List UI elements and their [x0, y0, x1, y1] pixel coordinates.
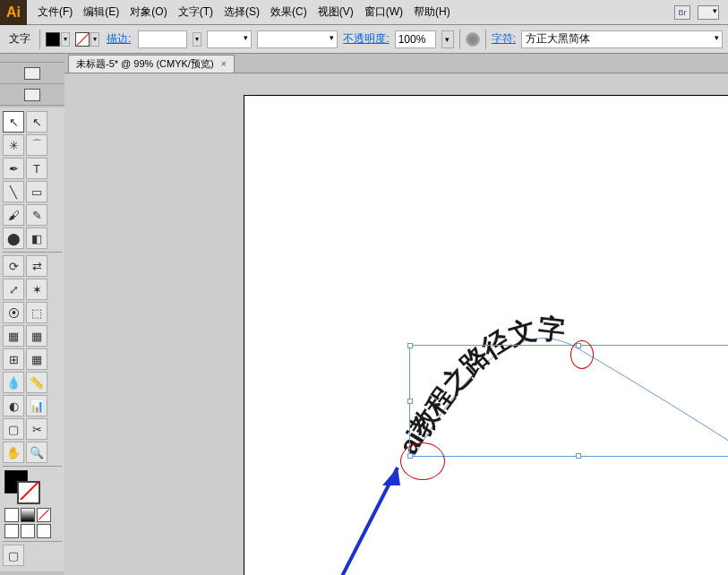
rectangle-tool[interactable]: ▭: [26, 181, 47, 202]
document-tabs: 未标题-5* @ 99% (CMYK/预览) ×: [64, 54, 728, 73]
left-panel-column: ↖↖ ✳⌒ ✒T ╲▭ 🖌✎ ⬤◧ ⟳⇄ ⤢✶ ⦿⬚ ▦▦ ⊞▦ 💧📏 ◐📊 ▢…: [0, 54, 64, 575]
fill-swatch[interactable]: [46, 32, 60, 47]
screen-mode-tool[interactable]: ▢: [3, 545, 24, 566]
slice-tool[interactable]: ✂: [26, 418, 47, 440]
graph-tool[interactable]: 📊: [26, 395, 47, 416]
artboard-tool[interactable]: ▢: [3, 418, 24, 440]
zoom-tool[interactable]: 🔍: [26, 442, 47, 463]
magic-wand-tool[interactable]: ✳: [3, 134, 24, 156]
annotation-arrow-icon: [297, 423, 476, 575]
brush-tool[interactable]: 🖌: [3, 204, 24, 226]
draw-mode-1-icon[interactable]: [4, 524, 19, 538]
gradient-mode-icon[interactable]: [21, 508, 35, 522]
opacity-dropdown[interactable]: ▾: [441, 30, 454, 48]
width-tool[interactable]: ✶: [26, 279, 47, 300]
menu-edit[interactable]: 编辑(E): [78, 1, 124, 23]
path-text-artwork[interactable]: ai教程之路径文字: [333, 244, 728, 575]
drag-strip[interactable]: [0, 54, 64, 63]
menu-select[interactable]: 选择(S): [218, 1, 265, 23]
lasso-tool[interactable]: ⌒: [26, 134, 47, 156]
eraser-tool[interactable]: ◧: [26, 227, 47, 249]
toolbar: ↖↖ ✳⌒ ✒T ╲▭ 🖌✎ ⬤◧ ⟳⇄ ⤢✶ ⦿⬚ ▦▦ ⊞▦ 💧📏 ◐📊 ▢…: [0, 107, 64, 571]
menu-type[interactable]: 文字(T): [173, 1, 218, 23]
tool-label: 文字: [5, 31, 34, 47]
eyedropper-tool[interactable]: 💧: [3, 372, 24, 393]
recolor-icon[interactable]: [466, 32, 480, 47]
menu-help[interactable]: 帮助(H): [408, 1, 456, 23]
bridge-icon[interactable]: Br: [674, 5, 690, 20]
none-mode-icon[interactable]: [37, 508, 51, 522]
fill-dropdown[interactable]: ▾: [61, 32, 70, 47]
menu-bar: 文件(F) 编辑(E) 对象(O) 文字(T) 选择(S) 效果(C) 视图(V…: [27, 1, 674, 23]
gradient-tool[interactable]: ▦: [26, 348, 47, 370]
blob-brush-tool[interactable]: ⬤: [3, 227, 24, 249]
fill-stroke-selector[interactable]: [4, 470, 60, 504]
svg-marker-1: [382, 468, 400, 485]
document-tab[interactable]: 未标题-5* @ 99% (CMYK/预览) ×: [68, 55, 235, 73]
shape-builder-tool[interactable]: ▦: [3, 325, 24, 347]
mesh-tool[interactable]: ⊞: [3, 348, 24, 370]
scale-tool[interactable]: ⤢: [3, 279, 24, 300]
annotation-circle-1: [570, 340, 594, 369]
reflect-tool[interactable]: ⇄: [26, 255, 47, 277]
stroke-swatch[interactable]: [75, 32, 90, 47]
stroke-box-icon[interactable]: [17, 481, 40, 504]
color-mode-icon[interactable]: [4, 508, 19, 522]
canvas-area[interactable]: ai教程之路径文字: [64, 73, 728, 575]
rotate-tool[interactable]: ⟳: [3, 255, 24, 277]
stroke-label[interactable]: 描边:: [105, 31, 133, 47]
menu-effect[interactable]: 效果(C): [265, 1, 313, 23]
layout-dropdown[interactable]: [698, 5, 719, 20]
blend-tool[interactable]: ◐: [3, 395, 24, 416]
document-tab-title: 未标题-5* @ 99% (CMYK/预览): [76, 57, 214, 71]
stroke-width-input[interactable]: [138, 30, 187, 48]
pen-tool[interactable]: ✒: [3, 158, 24, 179]
variable-width-dropdown[interactable]: [257, 30, 338, 48]
direct-selection-tool[interactable]: ↖: [26, 111, 47, 133]
hand-tool[interactable]: ✋: [3, 442, 24, 463]
character-label[interactable]: 字符:: [492, 31, 516, 47]
panel-icon-1[interactable]: [0, 63, 64, 84]
perspective-tool[interactable]: ▦: [26, 325, 47, 347]
pencil-tool[interactable]: ✎: [26, 204, 47, 226]
type-tool[interactable]: T: [26, 158, 47, 179]
menu-view[interactable]: 视图(V): [313, 1, 359, 23]
draw-mode-3-icon[interactable]: [37, 524, 51, 538]
options-bar: 文字 ▾ ▾ 描边: ▾ 不透明度: 100% ▾ 字符: 方正大黑简体: [0, 25, 728, 54]
close-tab-icon[interactable]: ×: [221, 58, 227, 69]
menu-file[interactable]: 文件(F): [32, 1, 78, 23]
menu-window[interactable]: 窗口(W): [359, 1, 408, 23]
measure-tool[interactable]: 📏: [26, 372, 47, 393]
stroke-style-dropdown[interactable]: [207, 30, 252, 48]
line-tool[interactable]: ╲: [3, 181, 24, 202]
menu-object[interactable]: 对象(O): [124, 1, 172, 23]
opacity-value[interactable]: 100%: [395, 30, 436, 48]
draw-mode-2-icon[interactable]: [21, 524, 35, 538]
opacity-label[interactable]: 不透明度:: [343, 31, 389, 47]
selection-tool[interactable]: ↖: [3, 111, 24, 133]
ai-logo: Ai: [0, 0, 27, 25]
warp-tool[interactable]: ⦿: [3, 302, 24, 323]
stroke-width-dropdown[interactable]: ▾: [193, 32, 201, 47]
panel-icon-2[interactable]: [0, 84, 64, 106]
stroke-dropdown[interactable]: ▾: [90, 32, 99, 47]
free-transform-tool[interactable]: ⬚: [26, 302, 47, 323]
font-dropdown[interactable]: 方正大黑简体: [521, 30, 723, 48]
